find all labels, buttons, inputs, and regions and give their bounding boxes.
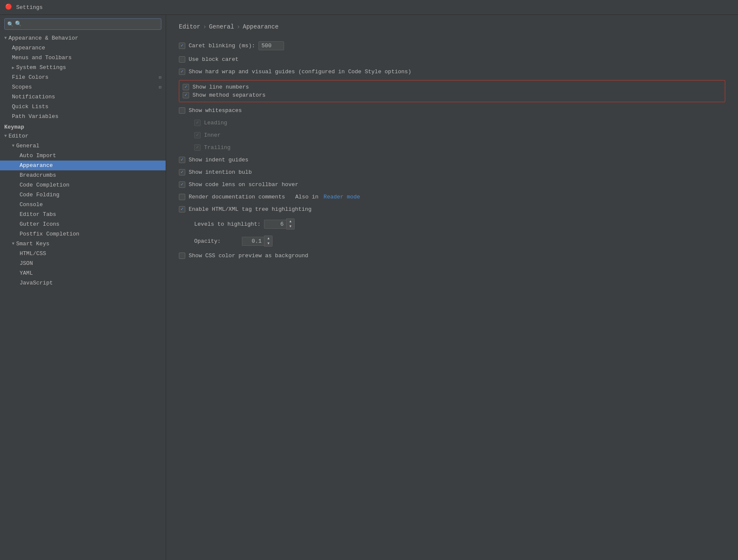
sidebar-item-label: Gutter Icons [20,221,60,227]
enable-html-xml-label: Enable HTML/XML tag tree highlighting [189,206,312,213]
titlebar: 🔴 Settings [0,0,738,15]
sidebar-item-label: Appearance & Behavior [9,35,78,41]
leading-checkbox[interactable] [194,120,201,126]
sidebar-item-keymap[interactable]: Keymap [0,121,166,131]
sidebar-item-scopes[interactable]: Scopes ⊞ [0,82,166,92]
show-method-sep-row: Show method separators [179,92,725,100]
sidebar-item-yaml[interactable]: YAML [0,268,166,278]
caret-blinking-input[interactable] [258,41,284,50]
levels-to-highlight-row: Levels to highlight: ▲ ▼ [179,218,725,230]
show-hard-wrap-checkbox[interactable] [179,69,185,75]
chevron-down-icon: ▼ [4,36,7,40]
sidebar-item-postfix-completion[interactable]: Postfix Completion [0,229,166,239]
levels-spinner-down[interactable]: ▼ [287,224,294,229]
sidebar-item-menus-toolbars[interactable]: Menus and Toolbars [0,53,166,63]
reader-mode-link[interactable]: Reader mode [324,194,360,200]
levels-spinner: ▲ ▼ [264,218,295,230]
sidebar-item-label: General [16,143,40,149]
opacity-spinner-input[interactable] [242,237,264,246]
show-whitespaces-label: Show whitespaces [189,107,242,114]
sidebar-item-appearance[interactable]: Appearance [0,43,166,53]
sidebar-item-general[interactable]: ▼ General [0,141,166,151]
sidebar-item-auto-import[interactable]: Auto Import [0,151,166,161]
sidebar-item-label: Postfix Completion [20,231,79,237]
sidebar-item-smart-keys[interactable]: ▼ Smart Keys [0,239,166,249]
sidebar: 🔍 ▼ Appearance & Behavior Appearance Men… [0,15,166,560]
show-css-color-checkbox[interactable] [179,253,185,259]
opacity-label: Opacity: [194,238,221,244]
levels-to-highlight-label: Levels to highlight: [194,221,261,227]
sidebar-item-label: HTML/CSS [20,250,46,257]
sidebar-item-notifications[interactable]: Notifications [0,92,166,102]
show-code-lens-checkbox[interactable] [179,181,185,188]
render-docs-checkbox[interactable] [179,194,185,200]
enable-html-xml-row: Enable HTML/XML tag tree highlighting [179,205,725,213]
sidebar-item-html-css[interactable]: HTML/CSS [0,249,166,258]
opacity-spinner-up[interactable]: ▲ [264,236,272,241]
opacity-spinner: ▲ ▼ [242,235,273,247]
trailing-label: Trailing [204,144,230,151]
sidebar-item-appearance-editor[interactable]: Appearance [0,161,166,170]
show-intention-bulb-checkbox[interactable] [179,169,185,175]
chevron-down-icon-3: ▼ [12,144,14,148]
trailing-row: Trailing [179,144,725,152]
settings-icon-2: ⊞ [159,85,161,90]
levels-spinner-input[interactable] [264,220,286,229]
caret-blinking-checkbox[interactable] [179,43,185,49]
sidebar-item-appearance-behavior[interactable]: ▼ Appearance & Behavior [0,33,166,43]
settings-icon: ⊞ [159,75,161,80]
opacity-spinner-down[interactable]: ▼ [264,241,272,246]
breadcrumb-editor: Editor [179,23,200,30]
show-method-sep-label: Show method separators [192,92,266,98]
levels-spinner-buttons: ▲ ▼ [286,218,295,230]
sidebar-item-code-folding[interactable]: Code Folding [0,190,166,200]
leading-row: Leading [179,119,725,127]
sidebar-item-editor[interactable]: ▼ Editor [0,131,166,141]
sidebar-item-quick-lists[interactable]: Quick Lists [0,102,166,112]
also-in-text: Also in [295,194,319,200]
search-wrap: 🔍 [0,15,166,33]
levels-spinner-up[interactable]: ▲ [287,219,294,224]
content-area: Editor › General › Appearance Caret blin… [166,15,738,560]
breadcrumb-appearance: Appearance [243,23,279,30]
show-line-numbers-row: Show line numbers [179,82,725,90]
main-layout: 🔍 ▼ Appearance & Behavior Appearance Men… [0,15,738,560]
sidebar-item-gutter-icons[interactable]: Gutter Icons [0,219,166,229]
show-method-sep-checkbox[interactable] [183,92,189,98]
sidebar-item-label: Breadcrumbs [20,172,56,178]
show-intention-bulb-label: Show intention bulb [189,169,252,175]
caret-blinking-label: Caret blinking (ms): [189,43,255,49]
chevron-down-icon-4: ▼ [12,241,14,246]
sidebar-item-path-variables[interactable]: Path Variables [0,112,166,121]
show-whitespaces-checkbox[interactable] [179,107,185,114]
sidebar-item-label: Code Completion [20,182,69,188]
show-line-numbers-checkbox[interactable] [183,84,189,90]
sidebar-item-label: Editor Tabs [20,211,56,218]
show-line-numbers-label: Show line numbers [192,84,249,90]
inner-checkbox[interactable] [194,132,201,138]
trailing-checkbox[interactable] [194,144,201,151]
breadcrumb-sep-2: › [237,23,240,30]
window-title: Settings [16,4,43,11]
sidebar-item-label: Path Variables [12,113,58,120]
sidebar-item-label: Appearance [12,45,45,51]
sidebar-item-system-settings[interactable]: ▶ System Settings [0,63,166,72]
sidebar-item-console[interactable]: Console [0,200,166,210]
sidebar-item-code-completion[interactable]: Code Completion [0,180,166,190]
sidebar-item-label: Console [20,201,43,208]
sidebar-item-file-colors[interactable]: File Colors ⊞ [0,72,166,82]
search-input[interactable] [4,18,161,30]
use-block-caret-checkbox[interactable] [179,56,185,63]
inner-label: Inner [204,132,221,138]
show-indent-guides-checkbox[interactable] [179,157,185,163]
render-docs-row: Render documentation comments Also in Re… [179,193,725,201]
enable-html-xml-checkbox[interactable] [179,206,185,213]
sidebar-item-label: Scopes [12,84,32,90]
chevron-right-icon: ▶ [12,65,14,70]
sidebar-item-javascript[interactable]: JavaScript [0,278,166,288]
sidebar-item-label: JSON [20,260,33,267]
sidebar-item-breadcrumbs[interactable]: Breadcrumbs [0,170,166,180]
sidebar-item-editor-tabs[interactable]: Editor Tabs [0,210,166,219]
sidebar-item-json[interactable]: JSON [0,258,166,268]
show-indent-guides-label: Show indent guides [189,157,248,163]
